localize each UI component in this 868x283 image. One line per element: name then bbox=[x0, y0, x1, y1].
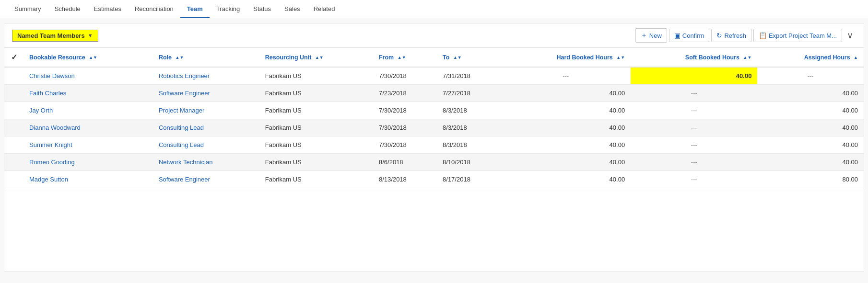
col-resourcing-unit[interactable]: Resourcing Unit ▲▼ bbox=[259, 48, 373, 67]
chevron-down-icon: ▼ bbox=[88, 33, 93, 38]
to-cell: 8/3/2018 bbox=[437, 119, 501, 136]
role-cell[interactable]: Software Engineer bbox=[153, 85, 259, 102]
to-cell: 8/3/2018 bbox=[437, 136, 501, 154]
plus-icon: ＋ bbox=[641, 31, 647, 40]
sort-icon: ▲ bbox=[854, 56, 858, 60]
refresh-button[interactable]: ↻ Refresh bbox=[711, 29, 751, 42]
role-cell[interactable]: Project Manager bbox=[153, 102, 259, 119]
col-role[interactable]: Role ▲▼ bbox=[153, 48, 259, 67]
nav-item-status[interactable]: Status bbox=[246, 0, 278, 18]
soft-booked-hours-cell: --- bbox=[631, 102, 757, 119]
col-from[interactable]: From ▲▼ bbox=[373, 48, 437, 67]
col-assigned-hours[interactable]: Assigned Hours ▲ bbox=[757, 48, 864, 67]
assigned-hours-cell: 40.00 bbox=[757, 136, 864, 154]
role-cell[interactable]: Software Engineer bbox=[153, 171, 259, 188]
bookable-resource-cell[interactable]: Jay Orth bbox=[23, 102, 153, 119]
row-checkbox[interactable] bbox=[4, 67, 23, 85]
bookable-resource-cell[interactable]: Christie Dawson bbox=[23, 67, 153, 85]
to-cell: 8/17/2018 bbox=[437, 171, 501, 188]
soft-booked-hours-cell: --- bbox=[631, 119, 757, 136]
section-actions: ＋ New ▣ Confirm ↻ Refresh 📋 Export Proje… bbox=[635, 28, 856, 43]
role-cell[interactable]: Robotics Engineer bbox=[153, 67, 259, 85]
to-cell: 7/27/2018 bbox=[437, 85, 501, 102]
section-title-label: Named Team Members bbox=[17, 32, 85, 39]
row-checkbox[interactable] bbox=[4, 85, 23, 102]
section-title-area: Named Team Members ▼ bbox=[12, 30, 98, 42]
from-cell: 7/30/2018 bbox=[373, 102, 437, 119]
resourcing-unit-cell: Fabrikam US bbox=[259, 85, 373, 102]
col-soft-booked-hours[interactable]: Soft Booked Hours ▲▼ bbox=[631, 48, 757, 67]
select-all-checkbox[interactable]: ✓ bbox=[4, 48, 23, 67]
role-cell[interactable]: Consulting Lead bbox=[153, 119, 259, 136]
from-cell: 7/30/2018 bbox=[373, 136, 437, 154]
sort-icon: ▲▼ bbox=[616, 56, 625, 60]
team-members-table: ✓ Bookable Resource ▲▼ Role ▲▼ Resourcin… bbox=[4, 48, 864, 188]
assigned-hours-cell: 80.00 bbox=[757, 171, 864, 188]
bookable-resource-cell[interactable]: Faith Charles bbox=[23, 85, 153, 102]
main-content: Named Team Members ▼ ＋ New ▣ Confirm ↻ R… bbox=[4, 23, 864, 272]
from-cell: 8/13/2018 bbox=[373, 171, 437, 188]
named-team-members-title[interactable]: Named Team Members ▼ bbox=[12, 30, 98, 42]
nav-item-tracking[interactable]: Tracking bbox=[210, 0, 246, 18]
hard-booked-hours-cell: 40.00 bbox=[501, 85, 631, 102]
bookable-resource-cell[interactable]: Dianna Woodward bbox=[23, 119, 153, 136]
nav-item-summary[interactable]: Summary bbox=[8, 0, 48, 18]
more-options-button[interactable]: ∨ bbox=[844, 28, 856, 43]
to-cell: 8/3/2018 bbox=[437, 102, 501, 119]
col-hard-booked-hours[interactable]: Hard Booked Hours ▲▼ bbox=[501, 48, 631, 67]
resourcing-unit-cell: Fabrikam US bbox=[259, 119, 373, 136]
row-checkbox[interactable] bbox=[4, 154, 23, 171]
export-icon: 📋 bbox=[759, 32, 767, 39]
chevron-down-icon: ∨ bbox=[847, 30, 853, 41]
table-row: Summer KnightConsulting LeadFabrikam US7… bbox=[4, 136, 864, 154]
sort-icon: ▲▼ bbox=[743, 56, 752, 60]
table-row: Dianna WoodwardConsulting LeadFabrikam U… bbox=[4, 119, 864, 136]
resourcing-unit-cell: Fabrikam US bbox=[259, 67, 373, 85]
nav-item-reconciliation[interactable]: Reconciliation bbox=[128, 0, 180, 18]
confirm-button[interactable]: ▣ Confirm bbox=[669, 29, 710, 42]
nav-item-sales[interactable]: Sales bbox=[278, 0, 307, 18]
soft-booked-hours-cell: --- bbox=[631, 136, 757, 154]
nav-item-team[interactable]: Team bbox=[180, 0, 210, 18]
row-checkbox[interactable] bbox=[4, 136, 23, 154]
export-button[interactable]: 📋 Export Project Team M... bbox=[753, 29, 842, 42]
resourcing-unit-cell: Fabrikam US bbox=[259, 102, 373, 119]
section-header: Named Team Members ▼ ＋ New ▣ Confirm ↻ R… bbox=[4, 23, 864, 48]
table-header-row: ✓ Bookable Resource ▲▼ Role ▲▼ Resourcin… bbox=[4, 48, 864, 67]
hard-booked-hours-cell: --- bbox=[501, 67, 631, 85]
table-row: Christie DawsonRobotics EngineerFabrikam… bbox=[4, 67, 864, 85]
top-navigation: SummaryScheduleEstimatesReconciliationTe… bbox=[0, 0, 868, 19]
new-button[interactable]: ＋ New bbox=[635, 28, 667, 43]
table-row: Jay OrthProject ManagerFabrikam US7/30/2… bbox=[4, 102, 864, 119]
confirm-icon: ▣ bbox=[674, 32, 680, 39]
col-to[interactable]: To ▲▼ bbox=[437, 48, 501, 67]
nav-item-estimates[interactable]: Estimates bbox=[87, 0, 128, 18]
sort-icon: ▲▼ bbox=[89, 56, 97, 60]
from-cell: 7/30/2018 bbox=[373, 119, 437, 136]
nav-item-schedule[interactable]: Schedule bbox=[48, 0, 87, 18]
bookable-resource-cell[interactable]: Madge Sutton bbox=[23, 171, 153, 188]
col-bookable-resource[interactable]: Bookable Resource ▲▼ bbox=[23, 48, 153, 67]
hard-booked-hours-cell: 40.00 bbox=[501, 136, 631, 154]
sort-icon: ▲▼ bbox=[398, 56, 406, 60]
assigned-hours-cell: 40.00 bbox=[757, 154, 864, 171]
assigned-hours-cell: --- bbox=[757, 67, 864, 85]
role-cell[interactable]: Consulting Lead bbox=[153, 136, 259, 154]
bookable-resource-cell[interactable]: Summer Knight bbox=[23, 136, 153, 154]
assigned-hours-cell: 40.00 bbox=[757, 102, 864, 119]
role-cell[interactable]: Network Technician bbox=[153, 154, 259, 171]
row-checkbox[interactable] bbox=[4, 171, 23, 188]
sort-icon: ▲▼ bbox=[315, 56, 324, 60]
table-row: Romeo GoodingNetwork TechnicianFabrikam … bbox=[4, 154, 864, 171]
resourcing-unit-cell: Fabrikam US bbox=[259, 136, 373, 154]
from-cell: 7/23/2018 bbox=[373, 85, 437, 102]
sort-icon: ▲▼ bbox=[176, 56, 184, 60]
bookable-resource-cell[interactable]: Romeo Gooding bbox=[23, 154, 153, 171]
soft-booked-hours-cell: 40.00 bbox=[631, 67, 757, 85]
nav-item-related[interactable]: Related bbox=[307, 0, 342, 18]
table-row: Faith CharlesSoftware EngineerFabrikam U… bbox=[4, 85, 864, 102]
row-checkbox[interactable] bbox=[4, 119, 23, 136]
to-cell: 8/10/2018 bbox=[437, 154, 501, 171]
row-checkbox[interactable] bbox=[4, 102, 23, 119]
from-cell: 8/6/2018 bbox=[373, 154, 437, 171]
